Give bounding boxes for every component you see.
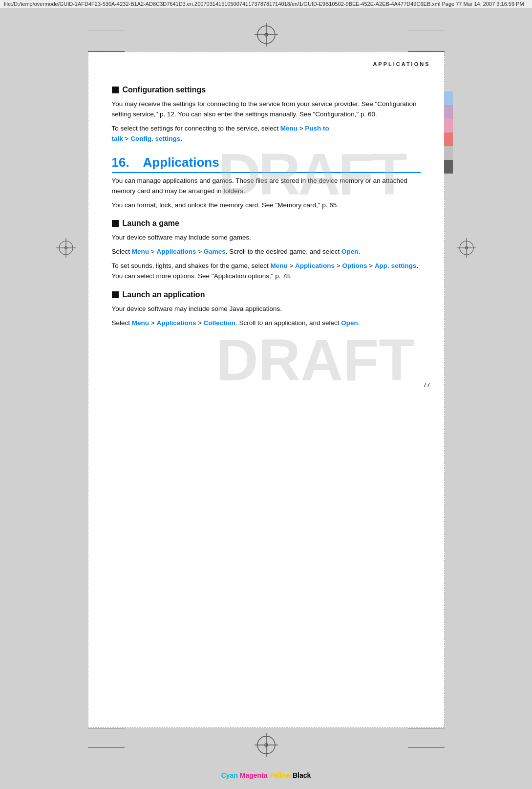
launch-app-para1: Your device software may include some Ja… xyxy=(112,304,421,314)
color-bar-magenta: Magenta xyxy=(240,771,268,779)
la-p2-apps: Applications xyxy=(156,319,196,327)
launch-game-para1: Your device software may include some ga… xyxy=(112,233,421,243)
config-settings-link: Config. settings xyxy=(130,135,180,142)
config-heading-text: Configuration settings xyxy=(123,86,206,94)
lg-p2-apps: Applications xyxy=(156,248,196,255)
config-menu-link: Menu xyxy=(280,125,298,132)
reg-mark-bottom xyxy=(255,733,278,757)
reg-top-area xyxy=(88,8,445,51)
lg-p3-sep1: > xyxy=(288,262,295,269)
launch-game-para3: To set sounds, lights, and shakes for th… xyxy=(112,261,421,282)
page-wrapper: file:/D:/temp/overmode/GUID-1AFD4F23-530… xyxy=(0,0,532,789)
lg-p3-apps: Applications xyxy=(295,262,335,269)
main-area: DRAFT DRAFT Applications Configuration s… xyxy=(0,8,532,789)
side-tab-5 xyxy=(444,146,453,160)
lg-p3-menu: Menu xyxy=(270,262,287,269)
side-tab-6 xyxy=(444,160,453,174)
la-p2-menu: Menu xyxy=(132,319,149,327)
left-reg-mark xyxy=(56,238,76,259)
lg-p2-prefix: Select xyxy=(112,248,132,255)
chapter16-para1: You can manage applications and games. T… xyxy=(112,176,421,197)
launch-game-para2: Select Menu > Applications > Games. Scro… xyxy=(112,247,421,257)
color-bar-black: Black xyxy=(293,771,311,779)
lg-p3-sep3: > xyxy=(367,262,374,269)
page-box: DRAFT DRAFT Applications Configuration s… xyxy=(88,52,445,728)
side-tab-3 xyxy=(444,119,453,132)
la-p2-suffix: . Scroll to an application, and select xyxy=(235,319,341,327)
top-line-right xyxy=(408,30,445,30)
la-p2-sep1: > xyxy=(149,319,156,327)
launch-app-bullet xyxy=(112,291,119,298)
config-section-heading: Configuration settings xyxy=(112,86,421,94)
lg-p2-end: . xyxy=(359,248,361,255)
lg-p3-appsettings: App. settings xyxy=(375,262,417,269)
title-bar: file:/D:/temp/overmode/GUID-1AFD4F23-530… xyxy=(0,0,532,8)
color-bar-cyan: Cyan xyxy=(221,771,238,779)
title-bar-text: file:/D:/temp/overmode/GUID-1AFD4F23-530… xyxy=(4,1,524,7)
launch-app-heading: Launch an application xyxy=(112,290,421,299)
chapter16-heading: 16. Applications xyxy=(112,155,421,173)
lg-p2-suffix: . Scroll to the desired game, and select xyxy=(226,248,341,255)
side-tab-4 xyxy=(444,132,453,146)
lg-p2-sep2: > xyxy=(196,248,203,255)
launch-app-para2: Select Menu > Applications > Collection.… xyxy=(112,318,421,329)
la-p2-collection: Collection xyxy=(204,319,235,327)
config-bullet xyxy=(112,87,119,93)
bottom-reg-line-left xyxy=(88,747,125,748)
color-bar-yellow: Yellow xyxy=(269,771,291,779)
content-area: Configuration settings You may receive t… xyxy=(88,72,444,347)
launch-app-heading-text: Launch an application xyxy=(123,290,205,299)
launch-game-heading: Launch a game xyxy=(112,219,421,228)
page-number: 77 xyxy=(88,376,444,398)
side-tab-1 xyxy=(444,91,453,105)
chapter16-number: 16. xyxy=(112,155,129,170)
config-para1: You may receive the settings for connect… xyxy=(112,99,421,120)
side-tabs xyxy=(444,91,453,174)
bottom-reg-line-right xyxy=(408,747,445,748)
lg-p3-options: Options xyxy=(342,262,367,269)
lg-p3-prefix: To set sounds, lights, and shakes for th… xyxy=(112,262,271,269)
config-sep2: > xyxy=(123,135,130,142)
launch-game-bullet xyxy=(112,220,119,227)
la-p2-sep2: > xyxy=(196,319,203,327)
config-sep1: > xyxy=(298,125,305,132)
lg-p3-sep2: > xyxy=(335,262,342,269)
la-p2-end: . xyxy=(358,319,360,327)
chapter16-title: Applications xyxy=(143,155,219,170)
lg-p2-menu: Menu xyxy=(132,248,149,255)
lg-p2-games: Games xyxy=(204,248,226,255)
chapter16-para2: You can format, lock, and unlock the mem… xyxy=(112,200,421,211)
page-header-label: Applications xyxy=(373,61,430,67)
page-header: Applications xyxy=(88,52,444,72)
right-reg-mark xyxy=(457,238,476,259)
lg-p2-sep1: > xyxy=(149,248,156,255)
color-bar: Cyan Magenta Yellow Black xyxy=(221,771,311,779)
reg-bottom-area xyxy=(88,728,445,767)
lg-p2-open: Open xyxy=(341,248,359,255)
top-line-left xyxy=(88,30,125,30)
config-para2-prefix: To select the settings for connecting to… xyxy=(112,125,280,132)
la-p2-prefix: Select xyxy=(112,319,132,327)
config-para2-end: . xyxy=(180,135,182,142)
reg-mark-top xyxy=(255,23,278,46)
launch-game-heading-text: Launch a game xyxy=(123,219,179,228)
side-tab-2 xyxy=(444,105,453,119)
config-para2: To select the settings for connecting to… xyxy=(112,124,421,144)
la-p2-open: Open xyxy=(341,319,358,327)
